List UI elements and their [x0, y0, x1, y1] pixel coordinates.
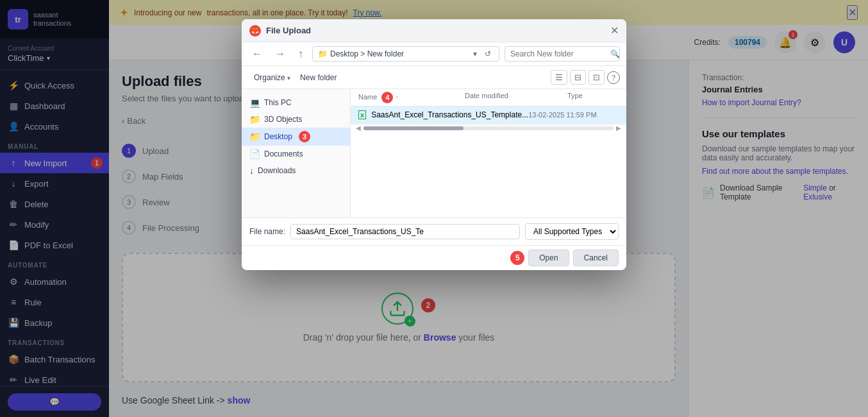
back-nav-button[interactable]: ←	[248, 47, 266, 61]
dialog-body: 💻 This PC 📁 3D Objects 📁 Desktop 3	[242, 89, 626, 217]
up-nav-button[interactable]: ↑	[294, 47, 307, 61]
col-type: Type	[567, 92, 619, 103]
tree-desktop[interactable]: 📁 Desktop 3	[242, 128, 350, 146]
tree-this-pc[interactable]: 💻 This PC	[242, 94, 350, 111]
breadcrumb-bar: 📁 Desktop > New folder ▾ ↺	[312, 46, 499, 62]
organize-dropdown-icon: ▾	[287, 74, 290, 81]
horizontal-scrollbar[interactable]: ◀ ▶	[351, 124, 626, 132]
folder-3d-icon: 📁	[249, 114, 260, 124]
organize-button[interactable]: Organize ▾	[248, 71, 296, 85]
dialog-footer: File name: All Supported Types	[242, 217, 626, 245]
scroll-thumb[interactable]	[363, 126, 463, 130]
filename-label: File name:	[249, 227, 285, 236]
new-folder-button[interactable]: New folder	[300, 73, 337, 82]
file-row[interactable]: x SaasAnt_Excel_Transactions_US_Template…	[351, 106, 626, 124]
search-bar: 🔍	[505, 46, 620, 62]
excel-icon: x	[358, 110, 366, 119]
open-button[interactable]: Open	[528, 250, 569, 266]
view-buttons: ☰ ⊟ ⊡ ?	[551, 70, 620, 85]
folder-icon: 📁	[318, 49, 328, 58]
folder-docs-icon: 📄	[249, 149, 260, 159]
folder-downloads-icon: ↓	[249, 166, 254, 176]
organize-left: Organize ▾ New folder	[248, 71, 337, 85]
scroll-right-icon[interactable]: ▶	[613, 124, 624, 132]
file-list-header: Name 4 ↑ Date modified Type	[351, 89, 626, 106]
tree-downloads[interactable]: ↓ Downloads	[242, 162, 350, 179]
dialog-title-text: File Upload	[266, 26, 311, 35]
filetype-select[interactable]: All Supported Types	[525, 223, 619, 240]
sort-icon: ↑	[395, 94, 398, 101]
tree-documents[interactable]: 📄 Documents	[242, 146, 350, 162]
filename-input[interactable]	[290, 224, 520, 239]
col-name: Name 4 ↑	[358, 92, 465, 103]
breadcrumb-dropdown-button[interactable]: ▾	[471, 49, 480, 58]
dialog-toolbar: ← → ↑ 📁 Desktop > New folder ▾ ↺ 🔍	[242, 42, 626, 66]
dialog-overlay: 🦊 File Upload ✕ ← → ↑ 📁 Desktop > New fo…	[0, 0, 868, 417]
pc-icon: 💻	[249, 98, 260, 108]
tree-3d-objects[interactable]: 📁 3D Objects	[242, 111, 350, 128]
col-date: Date modified	[465, 92, 567, 103]
breadcrumb-text: Desktop > New folder	[330, 49, 404, 58]
preview-pane-button[interactable]: ⊡	[588, 70, 605, 85]
search-input[interactable]	[510, 49, 606, 58]
scroll-track	[363, 126, 613, 130]
step-badge-3: 3	[299, 131, 310, 142]
cancel-button[interactable]: Cancel	[573, 250, 619, 266]
refresh-button[interactable]: ↺	[482, 49, 494, 58]
file-name: x SaasAnt_Excel_Transactions_US_Template…	[358, 110, 528, 119]
scroll-left-icon[interactable]: ◀	[353, 124, 363, 132]
details-view-button[interactable]: ⊟	[570, 70, 586, 85]
search-icon: 🔍	[610, 49, 620, 58]
step-badge-5: 5	[510, 251, 524, 265]
organize-bar: Organize ▾ New folder ☰ ⊟ ⊡ ?	[242, 66, 626, 89]
dialog-close-button[interactable]: ✕	[610, 24, 619, 37]
dialog-titlebar: 🦊 File Upload ✕	[242, 19, 626, 42]
list-view-button[interactable]: ☰	[551, 70, 567, 85]
file-list: Name 4 ↑ Date modified Type x SaasAnt_Ex…	[351, 89, 626, 217]
step-badge-4: 4	[381, 92, 393, 103]
dialog-footer-actions: 5 Open Cancel	[242, 245, 626, 270]
file-date: 13-02-2025 11:59 PM	[528, 111, 626, 119]
dialog-title-left: 🦊 File Upload	[249, 25, 311, 37]
folder-desktop-icon: 📁	[249, 132, 260, 142]
folder-tree: 💻 This PC 📁 3D Objects 📁 Desktop 3	[242, 89, 351, 217]
forward-nav-button[interactable]: →	[271, 47, 289, 61]
app-container: tr saasant transactions Current Account …	[0, 0, 868, 417]
help-button[interactable]: ?	[607, 71, 620, 84]
file-upload-dialog: 🦊 File Upload ✕ ← → ↑ 📁 Desktop > New fo…	[242, 19, 626, 270]
dialog-app-icon: 🦊	[249, 25, 261, 37]
